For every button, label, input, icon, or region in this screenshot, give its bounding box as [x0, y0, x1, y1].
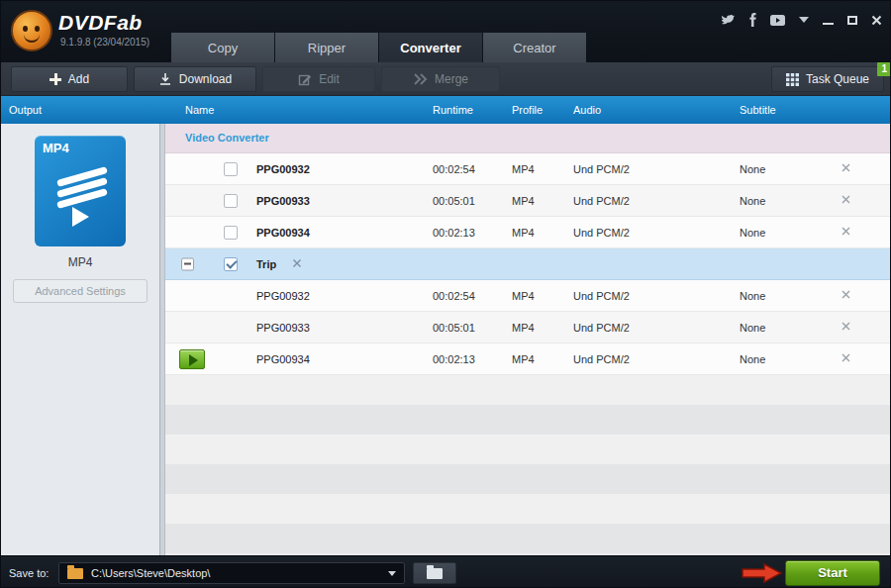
delete-icon[interactable] — [841, 289, 851, 300]
empty-row — [165, 405, 891, 435]
maximize-button[interactable] — [847, 16, 857, 25]
mp4-file-icon[interactable]: MP4 — [35, 136, 126, 246]
save-path-dropdown[interactable]: C:\Users\Steve\Desktop\ — [58, 562, 405, 584]
format-label: MP4 — [1, 255, 159, 269]
empty-row — [165, 464, 891, 494]
column-header-name: Name — [165, 96, 433, 124]
tab-converter-label: Converter — [400, 41, 460, 55]
add-button-label: Add — [68, 72, 89, 86]
table-header-bar: Output Name Runtime Profile Audio Subtit… — [1, 96, 891, 124]
twitter-icon[interactable] — [721, 14, 735, 26]
group-name: Trip — [256, 258, 276, 270]
edit-button[interactable]: Edit — [262, 66, 375, 92]
minimize-button[interactable] — [823, 16, 834, 25]
empty-row — [165, 375, 891, 405]
row-audio: Und PCM/2 — [573, 322, 740, 334]
row-checkbox[interactable] — [224, 194, 238, 208]
row-profile: MP4 — [512, 195, 573, 207]
start-button[interactable]: Start — [785, 560, 880, 586]
tab-converter[interactable]: Converter — [379, 33, 482, 62]
row-name: PPG00932 — [256, 290, 310, 302]
row-audio: Und PCM/2 — [573, 227, 740, 239]
delete-icon[interactable] — [841, 321, 851, 332]
row-subtitle: None — [740, 322, 835, 334]
remove-group-icon[interactable] — [292, 258, 302, 268]
dvdfab-logo-icon — [11, 10, 52, 51]
edit-icon — [298, 72, 312, 86]
table-row[interactable]: PPG00933 00:05:01 MP4 Und PCM/2 None — [165, 312, 891, 343]
toolbar: Add Download Edit Merge — [1, 62, 891, 96]
row-checkbox-checked[interactable] — [224, 257, 238, 271]
table-row[interactable]: PPG00934 00:02:13 MP4 Und PCM/2 None — [165, 217, 891, 248]
merge-button[interactable]: Merge — [381, 66, 500, 92]
row-audio: Und PCM/2 — [573, 163, 740, 175]
download-icon — [158, 72, 172, 86]
table-row[interactable]: PPG00932 00:02:54 MP4 Und PCM/2 None — [165, 280, 891, 312]
empty-row — [165, 435, 891, 464]
row-subtitle: None — [740, 290, 835, 302]
main-tabs: Copy Ripper Converter Creator — [171, 33, 586, 62]
table-row[interactable]: PPG00933 00:05:01 MP4 Und PCM/2 None — [165, 185, 891, 217]
delete-icon[interactable] — [841, 194, 851, 205]
menu-caret-icon[interactable] — [799, 17, 809, 23]
section-header: Video Converter — [165, 124, 891, 153]
output-header-label: Output — [9, 96, 42, 124]
browse-folder-icon — [427, 568, 443, 579]
column-header-runtime: Runtime — [433, 96, 512, 124]
task-queue-label: Task Queue — [806, 72, 869, 86]
row-profile: MP4 — [512, 290, 573, 302]
group-row[interactable]: Trip — [165, 248, 891, 280]
row-runtime: 00:05:01 — [433, 195, 512, 207]
footer-bar: Save to: C:\Users\Steve\Desktop\ Start — [1, 555, 891, 588]
tab-creator-label: Creator — [513, 41, 555, 55]
empty-row — [165, 524, 891, 553]
column-header-audio: Audio — [573, 96, 740, 124]
tab-copy[interactable]: Copy — [171, 33, 274, 62]
row-runtime: 00:02:54 — [433, 163, 512, 175]
row-profile: MP4 — [512, 163, 573, 175]
column-header-subtitle: Subtitle — [740, 96, 835, 124]
play-preview-button[interactable] — [179, 349, 205, 369]
task-queue-badge: 1 — [877, 62, 891, 76]
row-checkbox[interactable] — [224, 226, 238, 240]
tab-creator[interactable]: Creator — [483, 33, 586, 62]
download-button[interactable]: Download — [134, 66, 256, 92]
row-runtime: 00:05:01 — [433, 322, 512, 334]
close-button[interactable] — [871, 15, 882, 26]
tab-copy-label: Copy — [208, 41, 238, 55]
row-name: PPG00933 — [256, 322, 310, 334]
row-audio: Und PCM/2 — [573, 195, 740, 207]
empty-row — [165, 494, 891, 524]
film-strip-icon — [50, 169, 110, 229]
add-button[interactable]: Add — [11, 66, 128, 92]
task-queue-button[interactable]: Task Queue — [771, 66, 884, 92]
collapse-toggle-icon[interactable] — [181, 257, 194, 270]
brand-name: DVDFab — [58, 11, 143, 35]
table-row[interactable]: PPG00934 00:02:13 MP4 Und PCM/2 None — [165, 343, 891, 375]
row-profile: MP4 — [512, 322, 573, 334]
row-subtitle: None — [740, 163, 835, 175]
row-checkbox[interactable] — [224, 162, 238, 176]
row-profile: MP4 — [512, 227, 573, 239]
save-to-label: Save to: — [9, 556, 49, 588]
column-header-profile: Profile — [512, 96, 573, 124]
delete-icon[interactable] — [841, 162, 851, 173]
row-audio: Und PCM/2 — [573, 353, 740, 365]
browse-folder-button[interactable] — [413, 562, 456, 584]
delete-icon[interactable] — [841, 352, 851, 363]
merge-button-label: Merge — [435, 72, 468, 86]
table-row[interactable]: PPG00932 00:02:54 MP4 Und PCM/2 None — [165, 153, 891, 185]
folder-icon — [67, 568, 83, 579]
output-sidebar: MP4 MP4 Advanced Settings — [1, 124, 159, 555]
youtube-icon[interactable] — [770, 15, 785, 26]
row-name: PPG00934 — [256, 227, 310, 239]
mp4-icon-caption: MP4 — [43, 141, 69, 155]
facebook-icon[interactable] — [748, 13, 756, 27]
tab-ripper[interactable]: Ripper — [275, 33, 378, 62]
dropdown-caret-icon[interactable] — [388, 571, 396, 576]
row-subtitle: None — [740, 353, 835, 365]
row-profile: MP4 — [512, 353, 573, 365]
delete-icon[interactable] — [841, 226, 851, 237]
download-button-label: Download — [179, 72, 232, 86]
advanced-settings-button[interactable]: Advanced Settings — [13, 279, 148, 303]
